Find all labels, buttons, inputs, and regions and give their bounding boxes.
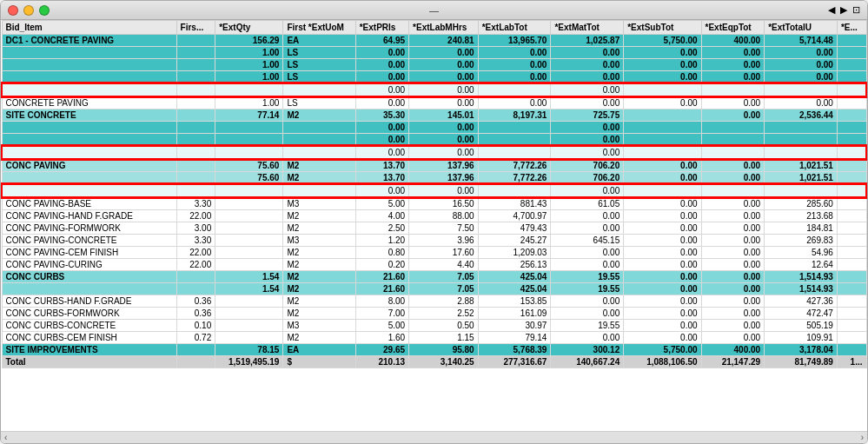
table-row[interactable]: SITE CONCRETE77.14M235.30145.018,197.317… <box>2 109 866 122</box>
col-extprls: *ExtPRls <box>355 21 408 35</box>
table-row[interactable]: CONC CURBS-HAND F.GRADE0.36M28.002.88153… <box>2 295 866 308</box>
table-row[interactable]: CONC PAVING-CEM FINISH22.00M20.8017.601,… <box>2 247 866 259</box>
table-row[interactable]: CONCRETE PAVING1.00LS0.000.000.000.000.0… <box>2 96 866 109</box>
close-button[interactable] <box>8 5 18 16</box>
table-row[interactable]: 0.000.000.00 <box>2 122 866 134</box>
table-row[interactable]: SITE IMPROVEMENTS78.15EA29.6595.805,768.… <box>2 344 866 356</box>
data-table: Bid_Item Firs... *ExtQty First *ExtUoM *… <box>1 20 867 368</box>
col-extqty: *ExtQty <box>215 21 283 35</box>
col-bid-item: Bid_Item <box>2 21 176 35</box>
col-exttotalu: *ExtTotalU <box>765 21 838 35</box>
table-row[interactable]: 1.00LS0.000.000.000.000.000.000.00 <box>2 59 866 71</box>
table-row[interactable]: 0.000.000.00 <box>2 134 866 147</box>
table-row[interactable]: 75.60M213.70137.967,772.26706.200.000.00… <box>2 172 866 185</box>
minimize-button[interactable] <box>23 5 34 16</box>
col-extra: *E... <box>837 21 866 35</box>
table-row[interactable]: 1.54M221.607.05425.0419.550.000.001,514.… <box>2 283 866 295</box>
window-title: — <box>429 5 439 16</box>
table-row[interactable]: 1.00LS0.000.000.000.000.000.000.00 <box>2 71 866 84</box>
table-row[interactable]: DC1 - CONCRETE PAVING156.29EA64.95240.81… <box>2 35 866 47</box>
table-row[interactable]: CONC CURBS-FORMWORK0.36M27.002.52161.090… <box>2 308 866 320</box>
column-header-row: Bid_Item Firs... *ExtQty First *ExtUoM *… <box>2 21 866 35</box>
window-controls <box>8 5 50 16</box>
table-row[interactable]: CONC PAVING-BASE3.30M35.0016.50881.4361.… <box>2 197 866 210</box>
table-row[interactable]: 0.000.000.00 <box>2 146 866 159</box>
table-row[interactable]: CONC PAVING-FORMWORK3.00M22.507.50479.43… <box>2 222 866 235</box>
table-row[interactable]: CONC PAVING75.60M213.70137.967,772.26706… <box>2 159 866 172</box>
main-window: — ◀ ▶ ⊡ Bid_Item Firs... *ExtQty First *… <box>0 0 868 444</box>
table-row[interactable]: 1.00LS0.000.000.000.000.000.000.00 <box>2 47 866 59</box>
nav-left-icon[interactable]: ◀ <box>828 4 835 16</box>
col-exteqptot: *ExtEqpTot <box>701 21 765 35</box>
col-extlabtot: *ExtLabTot <box>478 21 551 35</box>
horizontal-scrollbar[interactable]: ‹ › <box>1 431 867 443</box>
table-row[interactable]: CONC PAVING-CURING22.00M20.204.40256.130… <box>2 259 866 271</box>
table-row[interactable]: CONC PAVING-HAND F.GRADE22.00M24.0088.00… <box>2 210 866 222</box>
title-right-controls: ◀ ▶ ⊡ <box>828 4 860 16</box>
table-row[interactable]: 0.000.000.00 <box>2 184 866 197</box>
col-first: Firs... <box>176 21 215 35</box>
table-row[interactable]: CONC CURBS1.54M221.607.05425.0419.550.00… <box>2 271 866 283</box>
col-extuom: First *ExtUoM <box>283 21 355 35</box>
scroll-right-arrow[interactable]: › <box>861 433 864 442</box>
table-row[interactable]: 0.000.000.00 <box>2 83 866 96</box>
col-extsubtot: *ExtSubTot <box>624 21 701 35</box>
table-row[interactable]: CONC CURBS-CEM FINISH0.72M21.601.1579.14… <box>2 332 866 344</box>
data-table-container[interactable]: Bid_Item Firs... *ExtQty First *ExtUoM *… <box>1 20 867 431</box>
table-row[interactable]: Total1,519,495.19$210.133,140.25277,316.… <box>2 356 866 368</box>
table-row[interactable]: CONC PAVING-CONCRETE3.30M31.203.96245.27… <box>2 235 866 247</box>
title-bar: — ◀ ▶ ⊡ <box>1 1 867 20</box>
table-row[interactable]: CONC CURBS-CONCRETE0.10M35.000.5030.9719… <box>2 320 866 332</box>
table-body: DC1 - CONCRETE PAVING156.29EA64.95240.81… <box>2 35 866 368</box>
col-extlabmhrs: *ExtLabMHrs <box>409 21 479 35</box>
resize-icon[interactable]: ⊡ <box>852 4 860 16</box>
scroll-left-arrow[interactable]: ‹ <box>4 433 7 442</box>
col-extmattot: *ExtMatTot <box>551 21 624 35</box>
nav-right-icon[interactable]: ▶ <box>840 4 847 16</box>
maximize-button[interactable] <box>39 5 50 16</box>
